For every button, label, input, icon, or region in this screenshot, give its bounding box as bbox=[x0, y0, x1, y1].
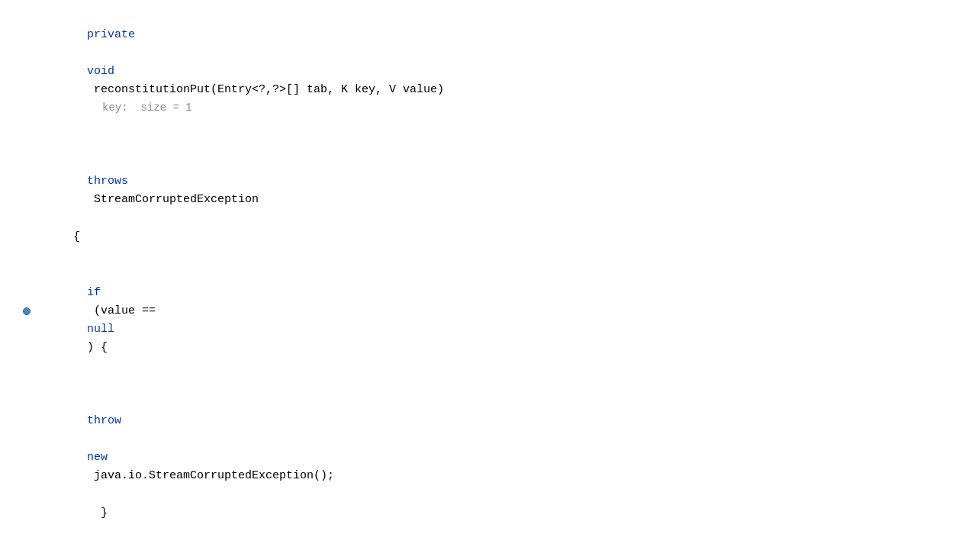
keyword-private: private bbox=[87, 28, 135, 41]
code-text-2[interactable]: throws StreamCorruptedException bbox=[38, 136, 959, 227]
indent2 bbox=[87, 156, 142, 169]
indent7 bbox=[87, 544, 142, 557]
exception-name: StreamCorruptedException bbox=[87, 193, 259, 206]
keyword-new: new bbox=[87, 451, 108, 464]
space bbox=[87, 433, 94, 446]
indent5 bbox=[87, 396, 169, 409]
hint-key-size: key: size = 1 bbox=[102, 101, 192, 114]
keyword-throws: throws bbox=[87, 175, 128, 188]
keyword-null: null bbox=[87, 323, 114, 336]
gutter-4 bbox=[15, 307, 38, 315]
keyword-if: if bbox=[87, 286, 101, 299]
brace-open: ) { bbox=[87, 341, 108, 354]
code-line-3: { bbox=[0, 227, 959, 247]
code-viewer: private void reconstitutionPut(Entry<?,?… bbox=[0, 0, 959, 560]
code-line-5: throw new java.io.StreamCorruptedExcepti… bbox=[0, 375, 959, 504]
code-text-4[interactable]: if (value == null ) { bbox=[38, 247, 959, 375]
keyword-throw: throw bbox=[87, 414, 121, 427]
keyword-void: void bbox=[87, 65, 114, 78]
code-text-1[interactable]: private void reconstitutionPut(Entry<?,?… bbox=[38, 8, 959, 136]
code-text-6: } bbox=[38, 504, 959, 523]
space bbox=[87, 47, 94, 60]
code-line-6: } bbox=[0, 504, 959, 523]
code-line-2: throws StreamCorruptedException bbox=[0, 136, 959, 227]
code-line-4: if (value == null ) { bbox=[0, 247, 959, 375]
code-text-3: { bbox=[38, 228, 959, 246]
cond-val: (value == bbox=[87, 304, 163, 317]
breakpoint-dot[interactable] bbox=[23, 307, 31, 315]
indent4 bbox=[87, 268, 142, 281]
code-text-5[interactable]: throw new java.io.StreamCorruptedExcepti… bbox=[38, 375, 959, 504]
exception-call: java.io.StreamCorruptedException(); bbox=[87, 469, 334, 482]
code-line-7: // Makes sure the key is not already in … bbox=[0, 523, 959, 560]
space: reconstitutionPut(Entry<?,?>[] tab, K ke… bbox=[87, 83, 465, 96]
code-line-1: private void reconstitutionPut(Entry<?,?… bbox=[0, 8, 959, 136]
code-text-7: // Makes sure the key is not already in … bbox=[38, 523, 959, 560]
